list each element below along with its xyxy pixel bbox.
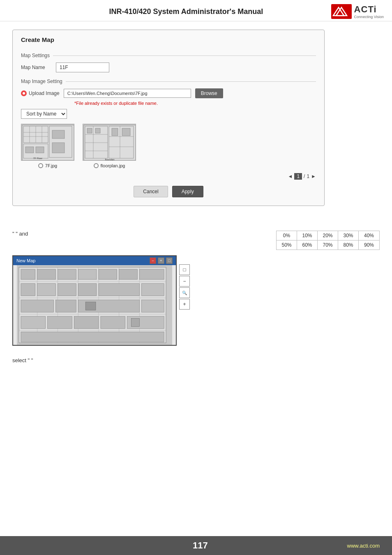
pct-20: 20% xyxy=(318,231,338,240)
svg-text:floorplan: floorplan xyxy=(105,158,114,161)
new-map-window: New Map – + □ xyxy=(12,255,177,346)
svg-rect-50 xyxy=(139,269,164,280)
svg-rect-44 xyxy=(21,269,35,280)
svg-rect-51 xyxy=(21,284,35,296)
tool-btn-zoom[interactable]: 🔍 xyxy=(179,287,190,298)
svg-rect-64 xyxy=(101,316,125,328)
pct-40: 40% xyxy=(359,231,379,240)
svg-rect-68 xyxy=(131,318,140,326)
new-map-section: New Map – + □ xyxy=(0,251,392,355)
cancel-button[interactable]: Cancel xyxy=(134,186,168,197)
map-settings-row: Map Name xyxy=(21,62,316,72)
tool-btn-plus[interactable]: + xyxy=(179,299,190,310)
page-separator: / xyxy=(304,173,305,179)
pct-table: 0% 10% 20% 30% 40% 50% 60% 70% 80% 90% xyxy=(276,231,380,250)
current-page: 1 xyxy=(294,173,302,180)
svg-rect-55 xyxy=(99,284,139,296)
new-map-title: New Map xyxy=(16,258,35,263)
svg-rect-29 xyxy=(112,128,118,136)
quote-mid: " and xyxy=(16,231,28,237)
svg-rect-13 xyxy=(36,147,44,153)
map-image-setting-label: Map Image Setting xyxy=(21,79,316,84)
titlebar-maximize-btn[interactable]: □ xyxy=(166,257,173,264)
pct-80: 80% xyxy=(338,240,359,250)
pct-10: 10% xyxy=(297,231,318,240)
radio-circle-7f xyxy=(38,163,43,168)
browse-button[interactable]: Browse xyxy=(195,88,223,98)
quote-start: " xyxy=(12,231,14,237)
bottom-text: select " " xyxy=(0,355,392,372)
dialog-footer: Cancel Apply xyxy=(21,186,316,197)
footer-url: www.acti.com xyxy=(347,543,380,549)
mid-section: " " and 0% 10% 20% 30% 40% 50% 60% 70% 8… xyxy=(0,227,392,251)
map-name-label: Map Name xyxy=(21,65,52,70)
create-map-dialog: Create Map Map Settings Map Name Map Ima… xyxy=(12,30,325,206)
svg-rect-28 xyxy=(95,128,100,133)
svg-rect-62 xyxy=(48,316,72,328)
error-text: *File already exists or duplicate file n… xyxy=(74,101,316,106)
thumb-img-floorplan[interactable]: floorplan xyxy=(83,124,136,161)
svg-rect-61 xyxy=(21,316,46,328)
svg-rect-67 xyxy=(85,302,96,310)
svg-rect-58 xyxy=(55,300,76,312)
svg-rect-54 xyxy=(78,284,97,296)
pct-0: 0% xyxy=(277,231,297,240)
map-canvas xyxy=(13,265,176,345)
pct-30: 30% xyxy=(338,231,359,240)
sort-row: Sort by Name xyxy=(21,109,316,119)
titlebar-plus-btn[interactable]: + xyxy=(158,257,164,264)
thumb-img-7f[interactable]: 7F Floor xyxy=(21,124,74,161)
page-number: 117 xyxy=(193,540,208,551)
upload-image-radio-label[interactable]: Upload Image xyxy=(21,90,60,96)
svg-rect-57 xyxy=(21,300,54,312)
total-pages: 1 xyxy=(307,173,309,179)
svg-rect-30 xyxy=(122,128,130,136)
main-content: Create Map Map Settings Map Name Map Ima… xyxy=(0,21,392,227)
upload-image-label: Upload Image xyxy=(29,90,60,96)
dialog-title: Create Map xyxy=(21,36,316,46)
map-name-input[interactable] xyxy=(56,62,109,72)
radio-circle-floorplan xyxy=(94,163,99,168)
new-map-titlebar: New Map – + □ xyxy=(13,256,176,265)
map-settings-section-label: Map Settings xyxy=(21,53,316,58)
tool-btn-fit[interactable]: □ xyxy=(179,264,190,275)
titlebar-controls: – + □ xyxy=(150,257,173,264)
thumb-label-floorplan: floorplan.jpg xyxy=(101,163,125,168)
thumb-radio-row-7f[interactable]: 7F.jpg xyxy=(38,163,57,168)
tool-btn-minus[interactable]: − xyxy=(179,276,190,287)
svg-rect-15 xyxy=(52,143,65,153)
svg-text:7F Floor: 7F Floor xyxy=(33,157,42,160)
page-title: INR-410/420 System Administrator's Manua… xyxy=(41,7,331,16)
image-thumbnails: 7F Floor 7F.jpg xyxy=(21,124,316,168)
sort-select[interactable]: Sort by Name xyxy=(21,109,67,119)
svg-rect-47 xyxy=(78,269,97,280)
apply-button[interactable]: Apply xyxy=(172,186,203,197)
logo-text: ACTi xyxy=(354,4,384,15)
upload-row: Upload Image Browse xyxy=(21,88,316,98)
pct-row-1: 0% 10% 20% 30% 40% xyxy=(277,231,379,240)
map-container: New Map – + □ xyxy=(12,255,177,346)
thumb-item-7f: 7F Floor 7F.jpg xyxy=(21,124,74,168)
prev-page-btn[interactable]: ◄ xyxy=(288,173,293,179)
svg-rect-53 xyxy=(58,284,76,296)
svg-rect-14 xyxy=(52,130,65,139)
file-path-input[interactable] xyxy=(64,89,191,98)
svg-rect-63 xyxy=(74,316,99,328)
logo-sub: Connecting Vision xyxy=(354,15,384,19)
logo-area: ACTi Connecting Vision xyxy=(331,4,384,19)
thumb-label-7f: 7F.jpg xyxy=(45,163,57,168)
pct-90: 90% xyxy=(359,240,379,250)
map-right-tools: □ − 🔍 + xyxy=(179,264,190,310)
svg-rect-48 xyxy=(99,269,117,280)
thumb-radio-row-floorplan[interactable]: floorplan.jpg xyxy=(94,163,125,168)
titlebar-minimize-btn[interactable]: – xyxy=(150,257,156,264)
mid-text: " " and xyxy=(12,231,28,237)
pct-50: 50% xyxy=(277,240,297,250)
svg-rect-52 xyxy=(37,284,56,296)
svg-rect-46 xyxy=(58,269,76,280)
svg-rect-49 xyxy=(119,269,138,280)
upload-radio-dot xyxy=(21,90,27,96)
page-footer: 117 www.acti.com xyxy=(0,536,392,555)
svg-rect-45 xyxy=(37,269,56,280)
next-page-btn[interactable]: ► xyxy=(311,173,316,179)
